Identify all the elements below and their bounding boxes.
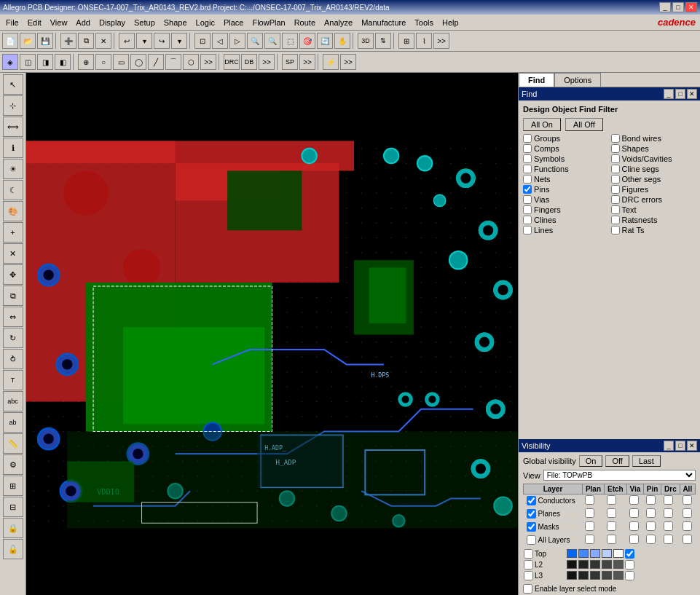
add-connect[interactable]: ➕ [60,33,76,49]
l3-swatch-4[interactable] [602,571,612,580]
rotate-lt[interactable]: ↻ [3,328,23,348]
menu-flowplan[interactable]: FlowPlan [248,17,289,28]
select3[interactable]: ◨ [37,54,53,70]
simulate-btn[interactable]: ⚡ [323,54,339,70]
l3-all-cb[interactable] [625,571,634,580]
menu-analyze[interactable]: Analyze [320,17,357,28]
group-lt[interactable]: ⊞ [3,476,23,496]
redo-drop[interactable]: ▾ [171,33,187,49]
top-all-cb[interactable] [625,549,634,559]
masks-vis-cb[interactable] [527,522,536,532]
alllayers-via[interactable] [629,535,639,544]
select2[interactable]: ◫ [20,54,36,70]
conductors-etch[interactable] [607,495,616,505]
cb-pins-input[interactable] [523,185,532,194]
text-lt[interactable]: T [3,370,23,390]
redo-button[interactable]: ↪ [154,33,170,49]
menu-add[interactable]: Add [71,17,95,28]
via-btn[interactable]: ○ [95,54,111,70]
select4[interactable]: ◧ [55,54,71,70]
zoom-next[interactable]: ▷ [229,33,245,49]
find-minimize[interactable]: _ [664,89,674,99]
more-btn3[interactable]: >> [259,54,275,70]
db-btn[interactable]: DB [241,54,257,70]
cb-text-input[interactable] [611,205,620,214]
menu-tools[interactable]: Tools [410,17,438,28]
menu-view[interactable]: View [46,17,72,28]
spin-lt[interactable]: ⥁ [3,349,23,369]
open-button[interactable]: 📂 [20,33,36,49]
cb-fingers-input[interactable] [523,205,532,214]
tab-options[interactable]: Options [554,73,601,87]
l2-swatch-1[interactable] [567,560,577,569]
tab-find[interactable]: Find [519,73,554,87]
zoom-points[interactable]: 🎯 [299,33,315,49]
refresh[interactable]: 🔄 [317,33,333,49]
alllayers-pin[interactable] [646,535,656,544]
ungroup-lt[interactable]: ⊟ [3,497,23,517]
alllayers-etch[interactable] [607,535,616,544]
zoom-box[interactable]: ⬚ [282,33,298,49]
all-on-button[interactable]: All On [523,118,561,131]
cb-othersegs-input[interactable] [611,175,620,184]
all-off-button[interactable]: All Off [565,118,603,131]
menu-logic[interactable]: Logic [192,17,219,28]
cb-voidcavities-input[interactable] [611,154,620,163]
l2-cb[interactable] [524,560,533,570]
cb-drcerrors-input[interactable] [611,195,620,204]
cb-ratTs-input[interactable] [611,226,620,235]
top-swatch-4[interactable] [602,549,612,558]
masks-drc[interactable] [664,521,673,531]
l2-swatch-3[interactable] [590,560,600,569]
cb-bondwires-input[interactable] [611,134,620,143]
planes-plan[interactable] [585,508,594,518]
rect-btn[interactable]: ▭ [113,54,129,70]
lock-lt[interactable]: 🔒 [3,518,23,538]
route-btn[interactable]: ⊕ [78,54,94,70]
find-maximize[interactable]: □ [675,89,685,99]
conductors-drc[interactable] [664,495,673,505]
cb-ratsnests-input[interactable] [611,216,620,224]
menu-help[interactable]: Help [438,17,463,28]
view-select[interactable]: File: TOPwPB [543,470,696,481]
masks-pin[interactable] [646,521,656,531]
measure-lt[interactable]: ⟺ [3,117,23,137]
alllayers-vis-cb[interactable] [527,535,536,545]
snap-lt[interactable]: ⊹ [3,95,23,116]
zoom-out[interactable]: 🔍 [264,33,280,49]
abc2-lt[interactable]: ab [3,412,23,433]
menu-route[interactable]: Route [290,17,320,28]
3d-view[interactable]: 3D [358,33,374,49]
move-lt[interactable]: ✥ [3,264,23,285]
unlock-lt[interactable]: 🔓 [3,539,23,559]
drc-btn[interactable]: DRC [224,54,240,70]
l3-swatch-2[interactable] [578,571,589,580]
planes-drc[interactable] [664,508,673,518]
masks-all[interactable] [683,521,692,531]
mirror-lt[interactable]: ⇔ [3,307,23,327]
conductors-all[interactable] [683,495,692,505]
save-button[interactable]: 💾 [37,33,53,49]
ratsnest[interactable]: ⌇ [416,33,432,49]
more-btn1[interactable]: >> [433,33,449,49]
menu-edit[interactable]: Edit [23,17,46,28]
abc-lt[interactable]: abc [3,391,23,411]
menu-setup[interactable]: Setup [130,17,160,28]
masks-etch[interactable] [607,521,616,531]
delete-button[interactable]: ✕ [95,33,111,49]
zoom-in[interactable]: 🔍 [247,33,263,49]
new-button[interactable]: 📄 [2,33,18,49]
l2-swatch-4[interactable] [602,560,612,569]
cb-groups-input[interactable] [523,134,532,143]
line-btn[interactable]: ╱ [148,54,164,70]
poly-btn[interactable]: ⬡ [183,54,199,70]
select-lt[interactable]: ↖ [3,74,23,95]
vis-on-button[interactable]: On [579,455,603,467]
specctra-btn[interactable]: SP [282,54,298,70]
menu-shape[interactable]: Shape [160,17,192,28]
l2-swatch-5[interactable] [613,560,624,569]
more-btn2[interactable]: >> [200,54,216,70]
planes-etch[interactable] [607,508,616,518]
grid-toggle[interactable]: ⊞ [398,33,414,49]
undo-drop[interactable]: ▾ [136,33,152,49]
